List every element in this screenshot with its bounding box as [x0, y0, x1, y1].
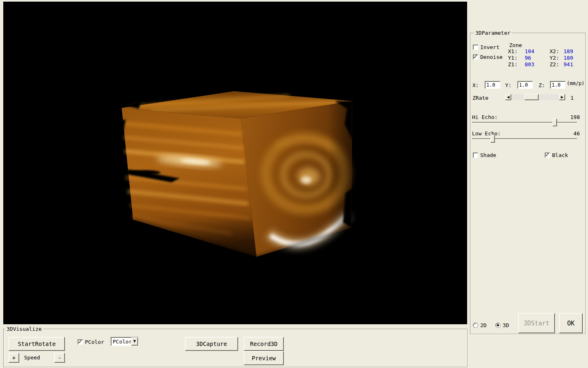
zrate-label: ZRate	[472, 95, 488, 101]
zone-y2-value: 180	[564, 55, 573, 61]
pcolor-checkbox[interactable]: PColor	[78, 339, 104, 345]
scroll-right-icon: ▶	[561, 96, 563, 99]
speed-plus-button[interactable]: +	[9, 353, 19, 363]
pcolor-checkbox-box[interactable]	[78, 339, 83, 345]
zrate-scrollbar[interactable]: ◀ ▶	[505, 94, 565, 100]
pcolor-select-arrow-button[interactable]: ▼	[131, 337, 138, 346]
capture-3d-button[interactable]: 3DCapture	[185, 337, 238, 351]
speed-minus-button[interactable]: -	[54, 353, 65, 363]
z-scale-input[interactable]	[550, 81, 566, 89]
zrate-value: 1	[570, 95, 574, 101]
hi-echo-slider-thumb[interactable]	[552, 119, 557, 126]
mode-2d-radio-label: 2D	[480, 322, 487, 328]
mode-3d-radio-label: 3D	[503, 322, 509, 328]
scroll-left-icon: ◀	[507, 96, 509, 99]
mode-2d-radio[interactable]: 2D	[473, 322, 487, 328]
denoise-checkbox-box[interactable]	[473, 54, 478, 60]
zone-x2-value: 189	[564, 48, 573, 55]
ok-button[interactable]: OK	[559, 313, 583, 333]
pcolor-checkbox-label: PColor	[85, 339, 104, 345]
start-rotate-button[interactable]: StartRotate	[9, 337, 65, 351]
zrate-scroll-left-button[interactable]: ◀	[505, 94, 511, 100]
zrate-scroll-thumb[interactable]	[524, 94, 539, 100]
low-echo-slider-thumb[interactable]	[490, 135, 495, 143]
zone-row-z: Z1: 803 Z2: 941	[508, 61, 583, 68]
speed-label: Speed	[24, 355, 40, 361]
app-window: 3DParameter Invert Denoise Zone X1: 104 …	[0, 0, 588, 368]
x-scale-input[interactable]	[485, 81, 500, 89]
invert-checkbox-label: Invert	[480, 44, 499, 50]
low-echo-slider-track[interactable]	[472, 138, 577, 139]
low-echo-slider[interactable]	[472, 135, 577, 143]
zone-x1-label: X1:	[508, 48, 525, 55]
shade-checkbox-label: Shade	[480, 152, 496, 158]
z-scale-label: Z:	[539, 82, 545, 88]
zone-z2-value: 941	[564, 61, 573, 68]
record-3d-button[interactable]: Record3D	[244, 337, 284, 351]
pcolor-select-value: PColor	[111, 339, 131, 345]
zone-x1-value: 104	[525, 48, 550, 55]
visualize-panel-title: 3DVisualize	[5, 326, 43, 332]
zone-row-x: X1: 104 X2: 189	[508, 48, 583, 55]
zone-y1-value: 96	[525, 55, 550, 61]
black-checkbox-box[interactable]	[545, 153, 550, 158]
zone-info: Zone X1: 104 X2: 189 Y1: 96 Y2: 180 Z1: …	[508, 42, 583, 68]
preview-button[interactable]: Preview	[244, 351, 284, 365]
mode-2d-radio-circle[interactable]	[473, 323, 478, 328]
zrate-scroll-right-button[interactable]: ▶	[559, 94, 565, 100]
zone-title: Zone	[509, 42, 583, 48]
zone-y1-label: Y1:	[508, 55, 525, 61]
scale-unit-label: (mm/p)	[567, 81, 584, 87]
mode-3d-radio[interactable]: 3D	[495, 322, 509, 328]
parameter-panel-title: 3DParameter	[474, 30, 512, 36]
render-viewport[interactable]	[3, 2, 467, 324]
zrate-scroll-track[interactable]	[511, 94, 559, 100]
dropdown-arrow-icon: ▼	[133, 340, 136, 343]
zone-z1-label: Z1:	[508, 61, 525, 68]
zone-z1-value: 803	[525, 61, 550, 68]
denoise-checkbox-label: Denoise	[480, 54, 503, 60]
shade-checkbox-box[interactable]	[473, 153, 478, 158]
parameter-panel: 3DParameter Invert Denoise Zone X1: 104 …	[470, 33, 586, 334]
shade-checkbox[interactable]: Shade	[473, 152, 496, 158]
hi-echo-slider-track[interactable]	[472, 122, 577, 123]
zone-x2-label: X2:	[550, 48, 564, 55]
black-checkbox[interactable]: Black	[545, 152, 568, 158]
zone-y2-label: Y2:	[550, 55, 564, 61]
invert-checkbox[interactable]: Invert	[473, 44, 499, 50]
y-scale-input[interactable]	[517, 81, 533, 89]
pcolor-select[interactable]: PColor ▼	[111, 337, 138, 346]
x-scale-label: X:	[472, 82, 479, 88]
zone-z2-label: Z2:	[550, 61, 564, 68]
hi-echo-slider[interactable]	[472, 119, 577, 126]
y-scale-label: Y:	[505, 82, 512, 88]
volume-render-3d	[3, 2, 467, 324]
black-checkbox-label: Black	[552, 152, 568, 158]
mode-3d-radio-circle[interactable]	[495, 323, 501, 328]
zone-row-y: Y1: 96 Y2: 180	[508, 55, 583, 61]
start-3d-button[interactable]: 3DStart	[518, 313, 555, 333]
denoise-checkbox[interactable]: Denoise	[473, 54, 503, 60]
visualize-panel: 3DVisualize StartRotate PColor PColor ▼ …	[3, 329, 468, 367]
invert-checkbox-box[interactable]	[473, 45, 478, 50]
